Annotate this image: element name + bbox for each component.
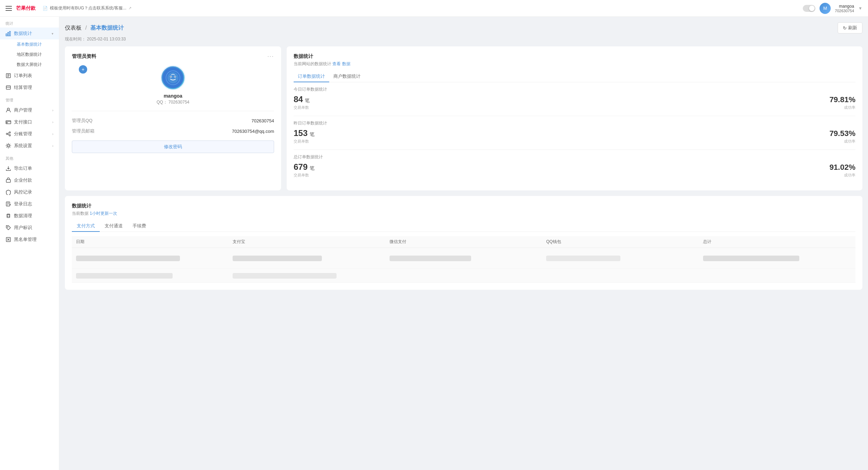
yesterday-count-area: 153 笔 交易单数 xyxy=(294,128,315,144)
sidebar-sub-item-bigscreen-stats[interactable]: 数据大屏统计 xyxy=(14,60,59,70)
merchant-expand-icon: › xyxy=(52,108,53,112)
admin-qq-value: 702630754 xyxy=(251,118,274,123)
admin-card-title: 管理员资料 xyxy=(72,53,274,60)
today-stats-section: 今日订单数据统计 84 笔 交易单数 79.81% 成功率 xyxy=(294,86,855,110)
cards-row: 管理员资料 ··· + xyxy=(65,46,862,190)
user-dropdown-icon[interactable]: ▼ xyxy=(858,6,862,11)
sidebar-item-payment[interactable]: 支付接口 › xyxy=(0,116,59,128)
sidebar-item-data-clear-label: 数据清理 xyxy=(14,213,32,219)
sidebar-sub-stats: 基本数据统计 地区数据统计 数据大屏统计 xyxy=(0,39,59,70)
data-subtitle-text: 当前数据 xyxy=(72,211,89,216)
today-rate-area: 79.81% 成功率 xyxy=(829,95,855,110)
sidebar-item-split[interactable]: 分账管理 › xyxy=(0,128,59,140)
data-section-title: 数据统计 xyxy=(72,203,855,209)
data-section-subtitle: 当前数据 1小时更新一次 xyxy=(72,211,855,217)
total-stats-row: 679 笔 交易单数 91.02% 成功率 xyxy=(294,162,855,178)
yesterday-stats-section: 昨日订单数据统计 153 笔 交易单数 79.53% 成功率 xyxy=(294,120,855,144)
sidebar-item-split-label: 分账管理 xyxy=(14,131,32,137)
settings-icon xyxy=(6,143,11,149)
admin-card: 管理员资料 ··· + xyxy=(65,46,281,190)
list-icon xyxy=(6,73,11,78)
svg-point-12 xyxy=(7,122,7,123)
svg-line-17 xyxy=(8,134,9,135)
settlement-icon xyxy=(6,85,11,90)
topbar-right: M mangoa 702630754 ▼ xyxy=(803,3,862,14)
add-avatar-button[interactable]: + xyxy=(79,65,87,74)
sidebar-item-merchant[interactable]: 商户管理 › xyxy=(0,104,59,116)
time-value: 2025-02-01 13:03:33 xyxy=(87,37,126,41)
today-rate: 79.81% xyxy=(829,95,855,104)
today-count-row: 84 笔 xyxy=(294,94,310,104)
stats-card-subtitle: 当前网站的数据统计 查看 数据 xyxy=(294,61,855,67)
sidebar-item-login-log[interactable]: 登录日志 xyxy=(0,198,59,210)
today-label: 交易单数 xyxy=(294,105,310,110)
svg-rect-0 xyxy=(6,34,7,36)
sidebar-item-system[interactable]: 系统设置 › xyxy=(0,140,59,152)
admin-qq-label: 管理员QQ xyxy=(72,118,92,124)
sidebar-item-enterprise-pay[interactable]: 企业付款 xyxy=(0,174,59,186)
tab-order-stats[interactable]: 订单数据统计 xyxy=(294,71,329,82)
topbar-left: 芒果付款 xyxy=(6,5,36,12)
avatar-qq: QQ： 702630754 xyxy=(157,99,189,105)
tab-user-stats[interactable]: 商户数据统计 xyxy=(329,71,365,82)
sidebar-sub-item-region-stats[interactable]: 地区数据统计 xyxy=(14,50,59,60)
page-time: 现在时间： 2025-02-01 13:03:33 xyxy=(65,36,862,42)
logo-text: 芒果付款 xyxy=(16,5,36,12)
sidebar-item-data-clear[interactable]: 数据清理 xyxy=(0,210,59,222)
sidebar-sub-item-basic-stats[interactable]: 基本数据统计 xyxy=(14,39,59,50)
cell-qq-placeholder-2 xyxy=(542,269,699,283)
breadcrumb-sep: / xyxy=(85,25,88,31)
sidebar-item-blacklist-label: 黑名单管理 xyxy=(14,236,37,243)
sidebar-item-risk-log[interactable]: 风控记录 xyxy=(0,186,59,198)
total-label: 交易单数 xyxy=(294,173,315,178)
svg-rect-7 xyxy=(6,86,10,89)
main-layout: 统计 数据统计 ▾ 基本数据统计 地区数据统计 数据大屏统计 订单列表 xyxy=(0,17,868,470)
total-rate-label: 成功率 xyxy=(829,173,855,178)
sidebar-item-risk-log-label: 风控记录 xyxy=(14,189,32,195)
data-subtitle-link[interactable]: 1小时更新一次 xyxy=(90,211,117,216)
breadcrumb: 仪表板 / 基本数据统计 xyxy=(65,24,124,32)
menu-icon[interactable] xyxy=(6,6,12,11)
total-stats-section: 总订单数据统计 679 笔 交易单数 91.02% 成功率 xyxy=(294,154,855,178)
tab-payment-channel[interactable]: 支付通道 xyxy=(100,221,128,232)
sidebar-item-system-label: 系统设置 xyxy=(14,143,32,149)
split-expand-icon: › xyxy=(52,132,53,136)
data-tabs: 支付方式 支付通道 手续费 xyxy=(72,221,855,232)
stats-subtitle-text: 当前网站的数据统计 xyxy=(294,61,331,66)
svg-point-36 xyxy=(175,76,175,77)
stats-card: 数据统计 当前网站的数据统计 查看 数据 订单数据统计 商户数据统计 今日订单数… xyxy=(287,46,862,190)
tab-fee[interactable]: 手续费 xyxy=(128,221,151,232)
admin-avatar-area: + xyxy=(72,65,274,105)
refresh-icon: ↻ xyxy=(843,25,847,31)
log-icon xyxy=(6,201,11,207)
sidebar-item-data-stats[interactable]: 数据统计 ▾ xyxy=(0,28,59,39)
tab-payment-method[interactable]: 支付方式 xyxy=(72,221,100,232)
yesterday-label: 交易单数 xyxy=(294,139,315,144)
admin-info-qq-row: 管理员QQ 702630754 xyxy=(72,115,274,126)
change-password-button[interactable]: 修改密码 xyxy=(72,141,274,153)
data-table-header: 日期 支付宝 微信支付 QQ钱包 总计 xyxy=(72,236,855,248)
theme-toggle[interactable] xyxy=(803,5,815,12)
svg-point-35 xyxy=(171,76,171,77)
yesterday-stats-title: 昨日订单数据统计 xyxy=(294,120,855,126)
user-info[interactable]: mangoa 702630754 xyxy=(835,4,854,13)
avatar[interactable]: M xyxy=(820,3,831,14)
sidebar-item-order-list[interactable]: 订单列表 xyxy=(0,70,59,82)
cell-date-placeholder xyxy=(72,248,228,269)
col-alipay: 支付宝 xyxy=(228,236,385,248)
sidebar-item-settlement[interactable]: 结算管理 xyxy=(0,82,59,93)
sidebar-item-user-tag[interactable]: 用户标识 xyxy=(0,222,59,234)
svg-rect-2 xyxy=(9,31,10,36)
refresh-button[interactable]: ↻ 刷新 xyxy=(838,22,862,33)
stats-subtitle-link[interactable]: 查看 数据 xyxy=(332,61,350,66)
today-stats-title: 今日订单数据统计 xyxy=(294,86,855,92)
yesterday-rate: 79.53% xyxy=(829,129,855,138)
expand-icon: ▾ xyxy=(52,32,53,36)
yesterday-count: 153 xyxy=(294,128,308,138)
sidebar-item-blacklist[interactable]: 黑名单管理 xyxy=(0,234,59,245)
svg-rect-19 xyxy=(6,180,10,182)
admin-card-more[interactable]: ··· xyxy=(267,53,274,60)
total-unit: 笔 xyxy=(310,165,315,171)
sidebar-item-export-order[interactable]: 导出订单 xyxy=(0,162,59,174)
admin-info: 管理员QQ 702630754 管理员邮箱 702630754@qq.com 修… xyxy=(72,111,274,153)
